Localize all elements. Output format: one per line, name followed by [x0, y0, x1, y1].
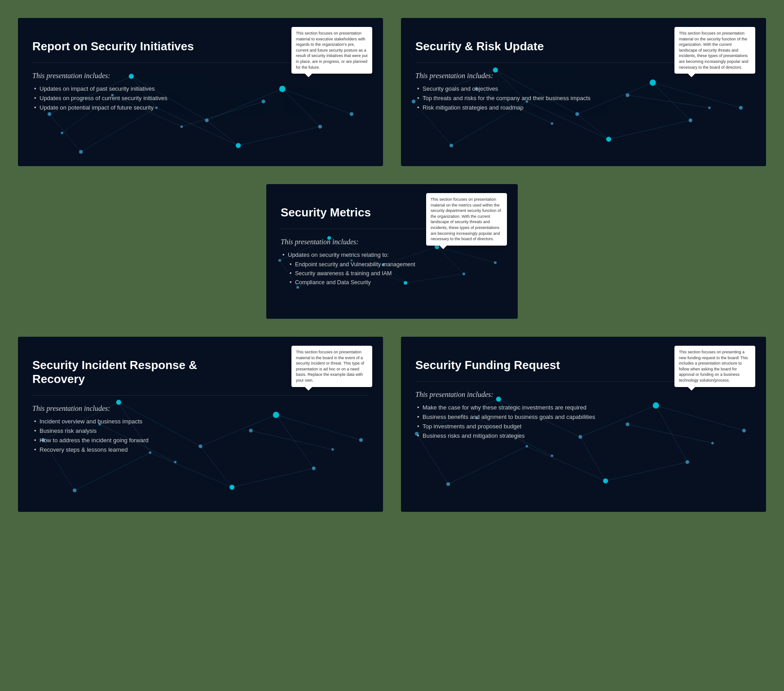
list-item: Incident overview and business impacts — [32, 417, 369, 427]
top-row: This section focuses on presentation mat… — [18, 18, 766, 166]
list-item: Recovery steps & lessons learned — [32, 445, 369, 455]
list-item: Top threats and risks for the company an… — [415, 94, 752, 103]
list-item: Update on potential impact of future sec… — [32, 103, 369, 113]
risk-card[interactable]: This section focuses on presentation mat… — [401, 18, 766, 166]
list-item: Top investments and proposed budget — [415, 422, 752, 431]
incident-divider — [32, 395, 369, 396]
funding-includes-label: This presentation includes: — [415, 391, 752, 399]
metrics-tooltip: This section focuses on presentation mat… — [426, 193, 507, 246]
funding-bullets: Make the case for why these strategic in… — [415, 403, 752, 440]
list-item: Business benefits and alignment to busin… — [415, 413, 752, 422]
bottom-row: This section focuses on presentation mat… — [18, 337, 766, 512]
list-item: Business risk analysis — [32, 427, 369, 436]
incident-bullets: Incident overview and business impacts B… — [32, 417, 369, 454]
middle-row: This section focuses on presentation mat… — [18, 184, 766, 319]
incident-tooltip: This section focuses on presentation mat… — [291, 346, 372, 387]
list-item: Endpoint security and Vulnerability mana… — [281, 260, 503, 269]
incident-card[interactable]: This section focuses on presentation mat… — [18, 337, 383, 512]
list-item: Security goals and objectives — [415, 84, 752, 94]
list-item: Security awareness & training and IAM — [281, 269, 503, 278]
funding-title: Security Funding Request — [415, 358, 600, 372]
list-item: Updates on progress of current security … — [32, 94, 369, 103]
report-card[interactable]: This section focuses on presentation mat… — [18, 18, 383, 166]
risk-bullets: Security goals and objectives Top threat… — [415, 84, 752, 112]
risk-tooltip: This section focuses on presentation mat… — [674, 27, 755, 74]
list-item: Business risks and mitigation strategies — [415, 431, 752, 441]
incident-title: Security Incident Response & Recovery — [32, 358, 217, 386]
risk-title: Security & Risk Update — [415, 40, 600, 53]
list-item: Updates on impact of past security initi… — [32, 84, 369, 94]
list-item: Risk mitigation strategies and roadmap — [415, 103, 752, 113]
list-item: Make the case for why these strategic in… — [415, 403, 752, 413]
metrics-bullets: Updates on security metrics relating to:… — [281, 251, 503, 287]
report-tooltip: This section focuses on presentation mat… — [291, 27, 372, 74]
list-item: How to address the incident going forwar… — [32, 436, 369, 445]
report-bullets: Updates on impact of past security initi… — [32, 84, 369, 112]
report-title: Report on Security Initiatives — [32, 40, 217, 53]
metrics-card[interactable]: This section focuses on presentation mat… — [266, 184, 518, 319]
funding-tooltip: This section focuses on presenting a new… — [674, 346, 755, 387]
metrics-title: Security Metrics — [281, 206, 403, 220]
list-item: Compliance and Data Security — [281, 278, 503, 287]
incident-includes-label: This presentation includes: — [32, 405, 369, 413]
funding-card[interactable]: This section focuses on presenting a new… — [401, 337, 766, 512]
list-item: Updates on security metrics relating to: — [281, 251, 503, 260]
